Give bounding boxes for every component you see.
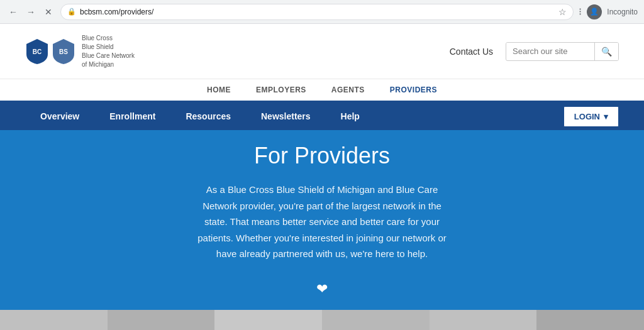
logo-shields: BC BS <box>25 38 75 65</box>
logo-area: BC BS Blue Cross Blue Shield Blue Care N… <box>25 34 135 69</box>
hero-section: For Providers As a Blue Cross Blue Shiel… <box>0 130 644 310</box>
login-label: LOGIN <box>574 112 600 121</box>
browser-actions: ⁝ 👤 Incognito <box>579 4 638 19</box>
secondary-nav-resources[interactable]: Resources <box>170 102 246 130</box>
browser-nav-buttons: ← → ✕ <box>6 5 55 19</box>
logo-text: Blue Cross Blue Shield Blue Care Network… <box>82 34 135 69</box>
browser-chrome: ← → ✕ 🔒 bcbsm.com/providers/ ☆ ⁝ 👤 Incog… <box>0 0 644 24</box>
url-text: bcbsm.com/providers/ <box>80 8 552 16</box>
apps-icon[interactable]: ⁝ <box>579 6 582 18</box>
svg-text:BC: BC <box>33 48 42 55</box>
bottom-strip-photo-2 <box>108 310 215 331</box>
top-nav-home[interactable]: HOME <box>194 79 243 101</box>
secondary-nav: Overview Enrollment Resources Newsletter… <box>0 102 644 130</box>
login-button[interactable]: LOGIN ▾ <box>564 106 619 127</box>
top-nav-agents[interactable]: AGENTS <box>319 79 377 101</box>
bookmark-icon[interactable]: ☆ <box>558 7 567 17</box>
header-right: Contact Us 🔍 <box>450 42 619 61</box>
site-header: BC BS Blue Cross Blue Shield Blue Care N… <box>0 24 644 79</box>
site-wrapper: BC BS Blue Cross Blue Shield Blue Care N… <box>0 24 644 330</box>
search-input[interactable] <box>506 43 594 60</box>
bottom-strip-photo-1 <box>0 310 108 331</box>
top-nav-employers[interactable]: EMPLOYERS <box>243 79 319 101</box>
bottom-strip-photo-3 <box>214 310 322 331</box>
lock-icon: 🔒 <box>67 8 76 16</box>
close-button[interactable]: ✕ <box>42 5 55 19</box>
bottom-strip <box>0 310 644 331</box>
top-nav-providers[interactable]: PROVIDERS <box>377 79 450 102</box>
login-arrow-icon: ▾ <box>604 112 608 121</box>
secondary-nav-help[interactable]: Help <box>326 102 375 130</box>
address-bar[interactable]: 🔒 bcbsm.com/providers/ ☆ <box>60 4 574 20</box>
bcbs-shield-1: BC <box>25 38 49 65</box>
back-button[interactable]: ← <box>6 5 20 19</box>
svg-text:BS: BS <box>59 48 68 55</box>
bottom-strip-photo-6 <box>536 310 644 331</box>
top-nav: HOME EMPLOYERS AGENTS PROVIDERS <box>0 79 644 102</box>
search-button[interactable]: 🔍 <box>594 43 618 60</box>
secondary-nav-items: Overview Enrollment Resources Newsletter… <box>25 102 619 130</box>
bottom-strip-photo-5 <box>430 310 537 331</box>
top-nav-items: HOME EMPLOYERS AGENTS PROVIDERS <box>194 79 450 101</box>
contact-us-link[interactable]: Contact Us <box>450 47 493 57</box>
forward-button[interactable]: → <box>24 5 38 19</box>
bcbs-shield-2: BS <box>52 38 75 65</box>
secondary-nav-overview[interactable]: Overview <box>25 102 94 130</box>
secondary-nav-newsletters[interactable]: Newsletters <box>246 102 326 130</box>
secondary-nav-enrollment[interactable]: Enrollment <box>94 102 170 130</box>
profile-button[interactable]: 👤 <box>587 4 602 19</box>
hero-arrow-icon[interactable]: ❤ <box>316 281 328 297</box>
incognito-label: Incognito <box>607 8 638 16</box>
search-bar: 🔍 <box>506 42 619 61</box>
hero-body: As a Blue Cross Blue Shield of Michigan … <box>190 182 454 262</box>
hero-title: For Providers <box>254 143 390 169</box>
bottom-strip-photo-4 <box>322 310 430 331</box>
